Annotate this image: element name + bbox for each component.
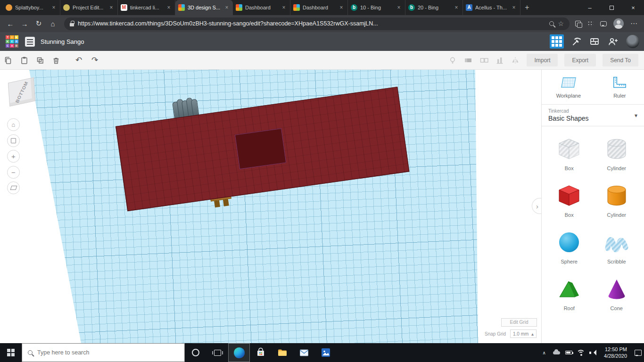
send-to-button[interactable]: Send To [603, 54, 638, 66]
copy-button[interactable] [0, 52, 16, 68]
home-button[interactable]: ⌂ [46, 17, 59, 30]
redo-button[interactable]: ↷ [87, 55, 103, 65]
close-window-button[interactable]: × [622, 0, 644, 15]
tab-close-icon[interactable]: × [108, 4, 115, 11]
start-button[interactable] [0, 343, 22, 362]
workplane-tool[interactable]: Workplane [556, 75, 581, 99]
onedrive-tray-icon[interactable] [550, 343, 562, 362]
tab-bing-10[interactable]: b 10 - Bing × [348, 0, 405, 15]
invite-person-icon[interactable] [607, 36, 619, 47]
delete-button[interactable] [48, 52, 64, 68]
tab-close-icon[interactable]: × [223, 4, 230, 11]
shape-roof[interactable]: Roof [556, 276, 582, 311]
minimize-button[interactable]: – [579, 0, 601, 15]
tab-close-icon[interactable]: × [165, 4, 172, 11]
search-input[interactable] [37, 349, 179, 356]
shape-cylinder-transparent[interactable]: Cylinder [603, 136, 630, 171]
mirror-button[interactable] [511, 56, 520, 65]
tab-gmail[interactable]: M tinkercad li... × [118, 0, 175, 15]
shape-box-transparent[interactable]: Box [556, 136, 582, 171]
tab-close-icon[interactable]: × [338, 4, 345, 11]
align-button[interactable] [495, 56, 504, 65]
shape-library-dropdown[interactable]: Tinkercad Basic Shapes ▾ [542, 104, 644, 126]
blocks-library-icon[interactable] [589, 36, 600, 47]
collections-icon[interactable] [575, 21, 581, 26]
taskbar-search[interactable] [22, 343, 185, 362]
tab-close-icon[interactable]: × [511, 4, 517, 11]
shape-box-red[interactable]: Box [556, 182, 582, 218]
tab-bing-20[interactable]: b 20 - Bing × [405, 0, 463, 15]
hidden-icons-button[interactable]: ∧ [538, 343, 550, 362]
taskbar-photos-app[interactable] [315, 343, 337, 362]
url-field[interactable]: https://www.tinkercad.com/things/3DSoUm0… [64, 17, 570, 30]
zoom-search-icon[interactable] [549, 21, 554, 26]
3d-design-view-button[interactable] [550, 34, 564, 49]
favorite-star-icon[interactable]: ☆ [558, 20, 564, 27]
shape-cylinder-orange[interactable]: Cylinder [603, 182, 630, 218]
task-view-icon [214, 350, 221, 356]
tab-close-icon[interactable]: × [396, 4, 402, 11]
3d-viewport[interactable]: BOTTOM ⌂ + − Edit Grid Snap Grid 1.0 mm … [0, 70, 541, 343]
volume-tray-icon[interactable] [587, 343, 599, 362]
shape-cone[interactable]: Cone [603, 276, 630, 311]
undo-button[interactable]: ↶ [71, 55, 87, 65]
shape-sphere[interactable]: Sphere [556, 229, 582, 264]
tab-splattyboy[interactable]: Splattyboy... × [3, 0, 60, 15]
tinker-pickaxe-icon[interactable] [571, 36, 582, 47]
tab-close-icon[interactable]: × [453, 4, 460, 11]
paste-button[interactable] [16, 52, 32, 68]
network-tray-icon[interactable] [575, 343, 587, 362]
tinkercad-logo[interactable]: TIN KER CAD [6, 35, 18, 48]
refresh-button[interactable]: ↻ [32, 17, 45, 30]
taskbar-mail-app[interactable] [293, 343, 315, 362]
cortana-button[interactable] [185, 343, 206, 362]
design-name[interactable]: Stunning Sango [41, 38, 84, 45]
browser-menu-icon[interactable]: ⋯ [630, 19, 637, 28]
action-center-button[interactable] [632, 343, 644, 362]
edit-grid-button[interactable]: Edit Grid [501, 318, 537, 327]
view-cube[interactable]: BOTTOM [8, 77, 35, 107]
tab-close-icon[interactable]: × [50, 4, 57, 11]
tab-3d-design-active[interactable]: 3D design S... × [175, 0, 233, 15]
taskbar-file-explorer-app[interactable] [272, 343, 293, 362]
tab-acellus[interactable]: A Acellus - Th... × [463, 0, 520, 15]
perspective-toggle-button[interactable] [7, 181, 20, 194]
tab-dashboard-1[interactable]: Dashboard × [233, 0, 290, 15]
user-avatar[interactable] [626, 35, 639, 48]
snap-grid-dropdown[interactable]: 1.0 mm ▴ [510, 329, 537, 338]
task-view-button[interactable] [206, 343, 228, 362]
duplicate-button[interactable] [32, 52, 48, 68]
back-button[interactable]: ← [4, 17, 17, 30]
show-all-bulb-icon[interactable] [448, 56, 457, 65]
tab-close-icon[interactable]: × [281, 4, 287, 11]
shape-scribble[interactable]: Scribble [603, 229, 630, 264]
slab-square-hole[interactable] [235, 128, 286, 169]
feedback-icon[interactable] [600, 21, 607, 26]
taskbar-store-app[interactable] [250, 343, 272, 362]
zoom-out-button[interactable]: − [7, 166, 20, 179]
taskbar-edge-app[interactable] [228, 343, 250, 362]
group-button[interactable] [463, 56, 473, 65]
tinkercad-header: TIN KER CAD Stunning Sango [0, 32, 644, 51]
battery-tray-icon[interactable] [562, 343, 575, 362]
tab-label: Splattyboy... [15, 5, 48, 10]
taskbar-clock[interactable]: 12:50 PM 4/28/2020 [599, 346, 632, 359]
design-properties-icon[interactable] [25, 37, 35, 47]
tab-project-edit[interactable]: Project Edit... × [60, 0, 118, 15]
maximize-button[interactable] [601, 0, 622, 15]
tab-dashboard-2[interactable]: Dashboard × [290, 0, 348, 15]
apps-grid-icon[interactable] [587, 21, 594, 27]
import-button[interactable]: Import [527, 54, 558, 66]
panel-collapse-handle[interactable]: › [532, 198, 541, 214]
forward-button[interactable]: → [18, 17, 31, 30]
zoom-in-button[interactable]: + [7, 150, 20, 163]
tab-label: Dashboard [303, 5, 335, 10]
ruler-tool[interactable]: Ruler [610, 75, 629, 99]
home-view-button[interactable]: ⌂ [7, 118, 20, 131]
browser-profile-avatar[interactable] [613, 18, 624, 29]
acellus-favicon: A [466, 4, 472, 11]
export-button[interactable]: Export [564, 54, 596, 66]
fit-view-button[interactable] [7, 134, 20, 147]
new-tab-button[interactable]: + [520, 1, 534, 14]
ungroup-button[interactable] [479, 56, 489, 65]
